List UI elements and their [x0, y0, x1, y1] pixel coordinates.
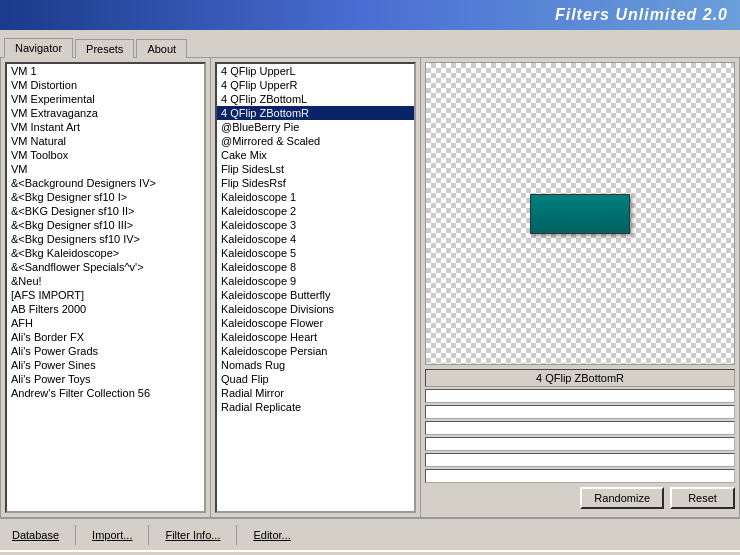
- list-item[interactable]: Cake Mix: [217, 148, 414, 162]
- list-item[interactable]: VM Toolbox: [7, 148, 204, 162]
- list-item[interactable]: Kaleidoscope 3: [217, 218, 414, 232]
- tab-navigator[interactable]: Navigator: [4, 38, 73, 58]
- reset-button[interactable]: Reset: [670, 487, 735, 509]
- list-item[interactable]: Quad Flip: [217, 372, 414, 386]
- info-row-4: [425, 437, 735, 451]
- list-item[interactable]: Kaleidoscope Butterfly: [217, 288, 414, 302]
- list-item[interactable]: Radial Mirror: [217, 386, 414, 400]
- list-item[interactable]: Radial Replicate: [217, 400, 414, 414]
- info-panel: 4 QFlip ZBottomR Randomize Reset: [425, 369, 735, 513]
- tab-bar: Navigator Presets About: [0, 30, 740, 58]
- list-item[interactable]: 4 QFlip ZBottomL: [217, 92, 414, 106]
- editor-button[interactable]: Editor...: [249, 527, 294, 543]
- list-item[interactable]: Ali's Power Toys: [7, 372, 204, 386]
- list-item[interactable]: Kaleidoscope 1: [217, 190, 414, 204]
- right-panel: 4 QFlip ZBottomR Randomize Reset: [421, 58, 739, 517]
- list-item[interactable]: Kaleidoscope 9: [217, 274, 414, 288]
- filter-info-button[interactable]: Filter Info...: [161, 527, 224, 543]
- bottom-bar: Database Import... Filter Info... Editor…: [0, 518, 740, 550]
- database-button[interactable]: Database: [8, 527, 63, 543]
- tab-about[interactable]: About: [136, 39, 187, 58]
- list-item[interactable]: 4 QFlip ZBottomR: [217, 106, 414, 120]
- list-item[interactable]: Andrew's Filter Collection 56: [7, 386, 204, 400]
- list-item[interactable]: Kaleidoscope Persian: [217, 344, 414, 358]
- list-item[interactable]: Kaleidoscope Flower: [217, 316, 414, 330]
- list-item[interactable]: Ali's Power Sines: [7, 358, 204, 372]
- list-item[interactable]: VM Extravaganza: [7, 106, 204, 120]
- main-content: VM 1VM DistortionVM ExperimentalVM Extra…: [0, 58, 740, 518]
- list-item[interactable]: &<Bkg Designer sf10 III>: [7, 218, 204, 232]
- list-item[interactable]: &<Sandflower Specials^v'>: [7, 260, 204, 274]
- status-bar: Database: ICNET-Filters Filters: 2910 Ap…: [0, 550, 740, 555]
- title-bar: Filters Unlimited 2.0: [0, 0, 740, 30]
- list-item[interactable]: Kaleidoscope 2: [217, 204, 414, 218]
- list-item[interactable]: Flip SidesLst: [217, 162, 414, 176]
- info-row-5: [425, 453, 735, 467]
- list-item[interactable]: Ali's Power Grads: [7, 344, 204, 358]
- list-item[interactable]: Nomads Rug: [217, 358, 414, 372]
- list-item[interactable]: &<Bkg Designer sf10 I>: [7, 190, 204, 204]
- list-item[interactable]: Flip SidesRsf: [217, 176, 414, 190]
- list-item[interactable]: Kaleidoscope 5: [217, 246, 414, 260]
- list-item[interactable]: @Mirrored & Scaled: [217, 134, 414, 148]
- list-item[interactable]: AB Filters 2000: [7, 302, 204, 316]
- preview-area: [425, 62, 735, 365]
- list-item[interactable]: Kaleidoscope 8: [217, 260, 414, 274]
- import-button[interactable]: Import...: [88, 527, 136, 543]
- preview-image: [530, 194, 630, 234]
- list-item[interactable]: 4 QFlip UpperL: [217, 64, 414, 78]
- filter-list[interactable]: 4 QFlip UpperL4 QFlip UpperR4 QFlip ZBot…: [215, 62, 416, 513]
- info-row-2: [425, 405, 735, 419]
- category-list[interactable]: VM 1VM DistortionVM ExperimentalVM Extra…: [5, 62, 206, 513]
- list-item[interactable]: &<Bkg Kaleidoscope>: [7, 246, 204, 260]
- info-row-1: [425, 389, 735, 403]
- left-panel: VM 1VM DistortionVM ExperimentalVM Extra…: [1, 58, 211, 517]
- list-item[interactable]: Ali's Border FX: [7, 330, 204, 344]
- info-row-3: [425, 421, 735, 435]
- list-item[interactable]: &<Bkg Designers sf10 IV>: [7, 232, 204, 246]
- list-item[interactable]: &<Background Designers IV>: [7, 176, 204, 190]
- list-item[interactable]: 4 QFlip UpperR: [217, 78, 414, 92]
- filter-name-display: 4 QFlip ZBottomR: [425, 369, 735, 387]
- list-item[interactable]: VM Distortion: [7, 78, 204, 92]
- list-item[interactable]: Kaleidoscope Heart: [217, 330, 414, 344]
- list-item[interactable]: VM Natural: [7, 134, 204, 148]
- list-item[interactable]: VM 1: [7, 64, 204, 78]
- list-item[interactable]: VM: [7, 162, 204, 176]
- separator-3: [236, 525, 237, 545]
- randomize-button[interactable]: Randomize: [580, 487, 664, 509]
- right-action-bar: Randomize Reset: [425, 483, 735, 513]
- list-item[interactable]: AFH: [7, 316, 204, 330]
- list-item[interactable]: Kaleidoscope 4: [217, 232, 414, 246]
- info-rows: [425, 389, 735, 483]
- list-item[interactable]: Kaleidoscope Divisions: [217, 302, 414, 316]
- info-row-6: [425, 469, 735, 483]
- separator-1: [75, 525, 76, 545]
- separator-2: [148, 525, 149, 545]
- list-item[interactable]: VM Experimental: [7, 92, 204, 106]
- list-item[interactable]: VM Instant Art: [7, 120, 204, 134]
- list-item[interactable]: [AFS IMPORT]: [7, 288, 204, 302]
- list-item[interactable]: &Neu!: [7, 274, 204, 288]
- app-title: Filters Unlimited 2.0: [555, 6, 728, 24]
- middle-panel: 4 QFlip UpperL4 QFlip UpperR4 QFlip ZBot…: [211, 58, 421, 517]
- list-item[interactable]: &<BKG Designer sf10 II>: [7, 204, 204, 218]
- tab-presets[interactable]: Presets: [75, 39, 134, 58]
- list-item[interactable]: @BlueBerry Pie: [217, 120, 414, 134]
